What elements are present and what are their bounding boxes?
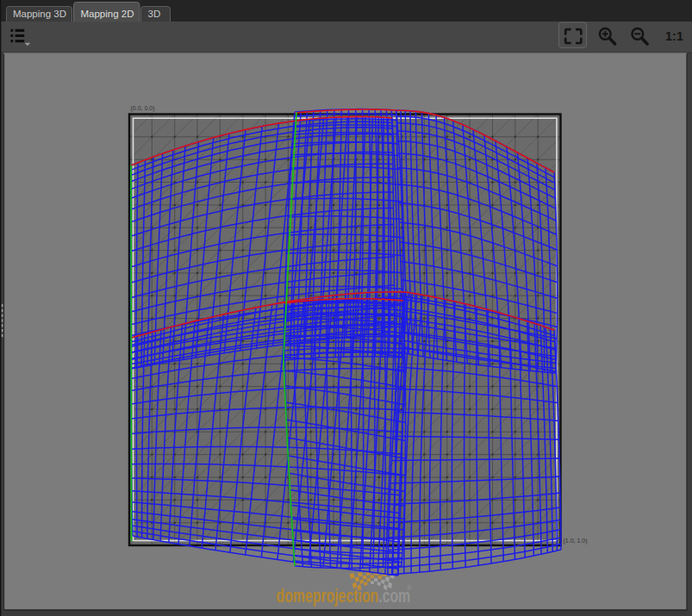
svg-text:Mapping 2D: Mapping 2D xyxy=(81,9,134,19)
svg-text:1:1: 1:1 xyxy=(665,29,683,43)
svg-text:(0.0, 0.0): (0.0, 0.0) xyxy=(131,105,155,112)
svg-text:domeprojection.com: domeprojection.com xyxy=(277,585,411,606)
svg-text:Mapping 3D: Mapping 3D xyxy=(13,9,66,19)
svg-text:®: ® xyxy=(407,584,412,592)
svg-text:(1.0, 1.0): (1.0, 1.0) xyxy=(564,538,588,544)
svg-text:3D: 3D xyxy=(148,9,161,19)
